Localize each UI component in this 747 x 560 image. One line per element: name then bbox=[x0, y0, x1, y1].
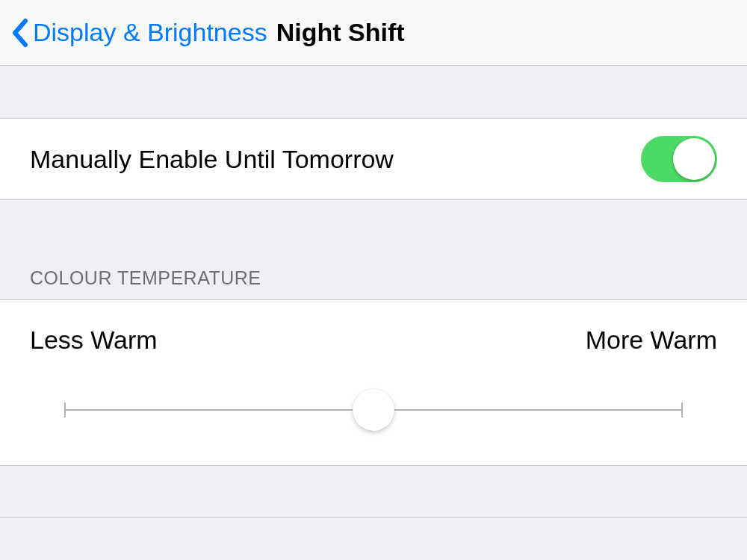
spacer bbox=[0, 66, 747, 118]
manual-enable-row: Manually Enable Until Tomorrow bbox=[0, 118, 747, 200]
slider-min-label: Less Warm bbox=[30, 326, 158, 355]
manual-enable-label: Manually Enable Until Tomorrow bbox=[30, 145, 394, 174]
colour-temperature-header: Colour Temperature bbox=[0, 200, 747, 299]
colour-temperature-row: Less Warm More Warm bbox=[0, 299, 747, 466]
slider-max-label: More Warm bbox=[586, 326, 717, 355]
page-title: Night Shift bbox=[276, 18, 405, 47]
slider-labels: Less Warm More Warm bbox=[30, 326, 717, 355]
chevron-left-icon bbox=[10, 18, 28, 48]
toggle-knob bbox=[673, 138, 715, 180]
slider-endcap-right bbox=[681, 402, 683, 417]
slider-endcap-left bbox=[64, 402, 66, 417]
back-label: Display & Brightness bbox=[33, 18, 267, 47]
back-button[interactable]: Display & Brightness bbox=[10, 18, 267, 48]
slider-thumb[interactable] bbox=[353, 389, 394, 431]
navbar: Display & Brightness Night Shift bbox=[0, 0, 747, 66]
spacer bbox=[0, 466, 747, 518]
manual-enable-toggle[interactable] bbox=[641, 136, 717, 182]
colour-temperature-slider[interactable] bbox=[64, 388, 683, 432]
